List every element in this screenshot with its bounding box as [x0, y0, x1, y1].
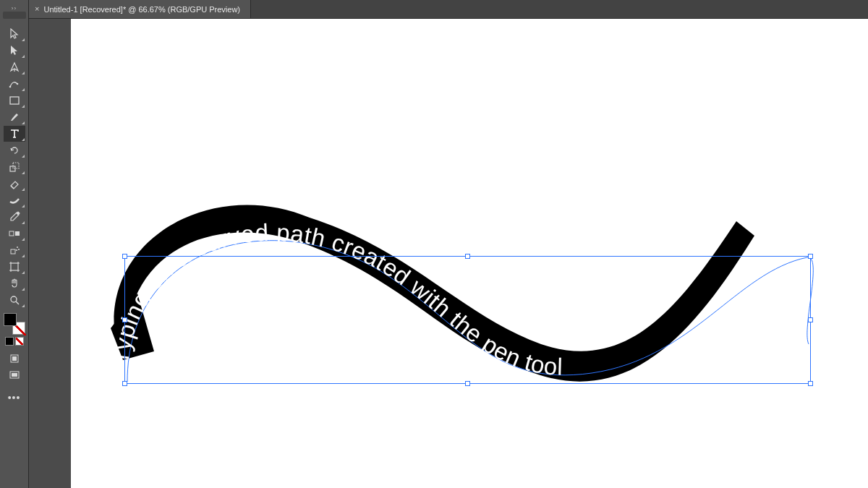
svg-rect-7 [15, 231, 20, 236]
svg-rect-5 [16, 211, 20, 215]
tool-flyout-indicator [22, 155, 25, 158]
tool-flyout-indicator [22, 55, 25, 58]
zoom-tool[interactable] [4, 292, 25, 308]
selection-tool[interactable] [4, 26, 25, 42]
pasteboard [29, 19, 71, 488]
hand-tool[interactable] [4, 275, 25, 291]
tool-flyout-indicator [22, 304, 25, 307]
selection-handle[interactable] [808, 381, 812, 385]
tool-flyout-indicator [22, 105, 25, 108]
svg-rect-17 [12, 373, 17, 377]
type-path-handle [807, 257, 813, 344]
curvature-tool[interactable] [4, 76, 25, 92]
document-tab-bar: × Untitled-1 [Recovered]* @ 66.67% (RGB/… [29, 0, 868, 19]
tool-flyout-indicator [22, 72, 25, 74]
path-stroke-fill [114, 205, 754, 381]
selection-handle[interactable] [465, 254, 469, 258]
eraser-tool[interactable] [4, 176, 25, 192]
document-area: × Untitled-1 [Recovered]* @ 66.67% (RGB/… [29, 0, 868, 488]
svg-rect-2 [10, 97, 19, 104]
svg-point-11 [16, 249, 17, 251]
rectangle-tool[interactable] [4, 93, 25, 108]
svg-rect-6 [9, 231, 14, 236]
text-on-path[interactable]: Typing on a curved path created with the… [106, 219, 563, 380]
svg-point-9 [17, 247, 18, 248]
tool-flyout-indicator [22, 188, 25, 191]
selection-handle[interactable] [122, 317, 127, 322]
path-stroke-fill-tail [111, 294, 154, 360]
tool-flyout-indicator [22, 221, 25, 224]
color-none-icon[interactable] [15, 337, 24, 346]
draw-mode-button[interactable] [4, 351, 25, 367]
ellipsis-icon: ••• [8, 393, 21, 403]
width-tool[interactable] [4, 192, 25, 208]
tool-flyout-indicator [22, 271, 25, 274]
eyedropper-tool[interactable] [4, 209, 25, 225]
tool-flyout-indicator [22, 121, 25, 124]
symbol-sprayer-tool[interactable] [4, 242, 25, 258]
screen-mode-button[interactable] [4, 367, 25, 383]
toolbar-expand-handle[interactable]: ›› [0, 4, 28, 12]
canvas: Typing on a curved path created with the… [71, 19, 868, 488]
document-tab[interactable]: × Untitled-1 [Recovered]* @ 66.67% (RGB/… [29, 0, 251, 18]
fill-swatch[interactable] [4, 313, 17, 326]
tool-flyout-indicator [22, 138, 25, 141]
tool-flyout-indicator [22, 38, 25, 41]
tool-flyout-indicator [22, 288, 25, 291]
toolbar-grip[interactable] [3, 12, 26, 19]
type-tool[interactable] [4, 126, 25, 142]
pen-tool[interactable] [4, 59, 25, 75]
artboard-tool[interactable] [4, 259, 25, 275]
blend-tool[interactable] [4, 226, 25, 241]
svg-rect-4 [13, 163, 19, 168]
selection-handle[interactable] [465, 381, 469, 385]
direct-selection-tool[interactable] [4, 43, 25, 59]
paintbrush-tool[interactable] [4, 109, 25, 125]
document-tab-title: Untitled-1 [Recovered]* @ 66.67% (RGB/GP… [43, 5, 240, 14]
svg-rect-15 [12, 356, 17, 361]
fill-stroke-swatch[interactable] [4, 313, 25, 335]
rotate-tool[interactable] [4, 142, 25, 158]
selection-handle[interactable] [122, 254, 127, 258]
svg-point-10 [18, 249, 20, 250]
edit-toolbar-button[interactable]: ••• [4, 390, 25, 406]
scale-tool[interactable] [4, 159, 25, 175]
selection-handle[interactable] [122, 381, 127, 385]
svg-point-0 [9, 86, 11, 88]
workspace[interactable]: Typing on a curved path created with the… [29, 19, 868, 488]
close-tab-icon[interactable]: × [35, 5, 39, 13]
tool-flyout-indicator [22, 88, 25, 91]
artboard[interactable]: Typing on a curved path created with the… [71, 19, 868, 488]
selection-bounding-box [124, 256, 810, 383]
type-path [127, 241, 807, 382]
color-solid-icon[interactable] [5, 337, 14, 346]
selection-handle[interactable] [808, 254, 812, 258]
tool-flyout-indicator [22, 254, 25, 257]
svg-point-13 [11, 296, 17, 302]
selection-handle[interactable] [808, 317, 812, 322]
svg-rect-8 [11, 249, 15, 254]
text-on-path-content: Typing on a curved path created with the… [106, 219, 563, 380]
svg-point-1 [16, 83, 18, 85]
tool-flyout-indicator [22, 238, 25, 241]
tool-flyout-indicator [22, 171, 25, 174]
color-mode-row [5, 337, 24, 346]
tools-panel: ›› [0, 0, 29, 488]
tool-flyout-indicator [22, 205, 25, 207]
svg-rect-12 [11, 263, 18, 270]
